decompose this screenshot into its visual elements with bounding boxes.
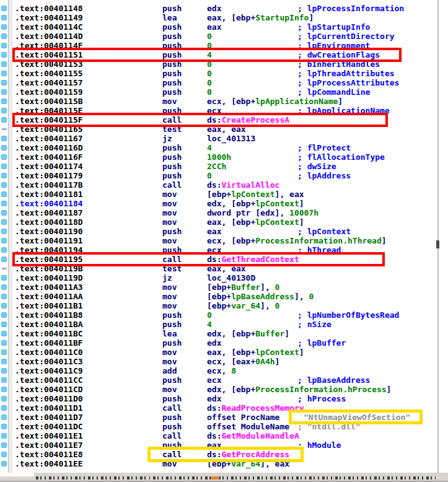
asm-mnemonic: call [162,180,182,190]
asm-address: .text:004011E1 [15,431,83,440]
asm-operand-segment: 0 [207,32,212,41]
asm-line[interactable]: .text:00401174push2CCh; dwSize [0,162,448,171]
asm-line[interactable]: .text:00401190pusheax; lpContext [0,227,448,236]
asm-line[interactable]: .text:00401179push0; lpAddress [0,171,448,180]
asm-line[interactable]: .text:004011D0pushedx; hProcess [0,394,448,403]
asm-comment-segment: ; lpCommandLine [297,87,370,97]
asm-operands: 4 [207,50,212,59]
asm-operand-segment: ecx, [207,366,231,375]
asm-address: .text:00401148 [15,4,83,13]
asm-line[interactable]: .text:004011E8callds:GetProcAddress [0,450,448,459]
asm-line[interactable]: .text:0040119Btesteax, eax [0,264,448,273]
asm-address: .text:0040115E [15,106,83,115]
asm-address: .text:0040119D [15,273,83,283]
asm-line[interactable]: .text:00401151push4; dwCreationFlags [0,50,448,59]
asm-address: .text:004011D0 [15,394,83,403]
asm-line[interactable]: .text:00401181mov[ebp+lpContext], eax [0,190,448,199]
asm-line[interactable]: .text:00401195callds:GetThreadContext [0,255,448,264]
asm-operands: eax [207,22,221,32]
asm-line[interactable]: .text:004011DCpushoffset ModuleName; "nt… [0,422,448,431]
asm-operand-segment: ] [299,199,304,208]
asm-line[interactable]: .text:00401157push0; lpProcessAttributes [0,78,448,87]
asm-operand-segment: [ebp+ [207,283,231,292]
asm-line[interactable]: .text:0040115Epushecx; lpApplicationName [0,106,448,115]
asm-line[interactable]: .text:0040118Dmoveax, [ebp+lpContext] [0,217,448,227]
asm-operand-segment: ], eax [260,459,289,468]
asm-line[interactable]: .text:004011D7pushoffset ProcName"NtUnma… [0,413,448,422]
asm-line[interactable]: .text:0040114Fpush0; lpEnvironment [0,41,448,50]
asm-line[interactable]: .text:00401187movdword ptr [edx], 10007h [0,208,448,217]
asm-operands: 0 [207,78,212,87]
asm-operands: 0 [207,87,212,97]
asm-line[interactable]: .text:004011B1mov[ebp+var_64], 0 [0,301,448,310]
asm-mnemonic: call [162,450,182,459]
asm-comment-segment: ; lpCurrentDirectory [297,32,395,41]
asm-line[interactable]: .text:00401149leaeax, [ebp+StartupInfo] [0,13,448,22]
asm-mnemonic: mov [162,301,177,310]
asm-operand-segment: ProcessInformation.hProcess [255,385,386,394]
asm-operands: ecx, 8 [207,366,236,375]
asm-comment-segment: ; "ntdll.dll" [297,422,361,431]
asm-comment: ; flAllocationType [297,152,385,162]
asm-line[interactable]: .text:0040117Bcallds:VirtualAlloc [0,180,448,190]
asm-operand-segment: ecx [207,245,221,255]
asm-line[interactable]: .text:00401159push0; lpCommandLine [0,87,448,97]
asm-address: .text:00401167 [15,134,83,143]
asm-line[interactable]: .text:004011BApush4; nSize [0,320,448,329]
asm-mnemonic: push [162,4,182,13]
asm-line[interactable]: .text:004011E1callds:GetModuleHandleA [0,431,448,440]
asm-line[interactable]: .text:0040115Fcallds:CreateProcessA [0,115,448,125]
asm-mnemonic: mov [162,236,177,245]
asm-operands: edx, [ebp+Buffer] [207,329,289,338]
asm-operand-segment: 0 [309,292,314,301]
asm-comment: ; lpBuffer [297,338,346,348]
asm-line[interactable]: .text:004011D1callds:ReadProcessMemory [0,403,448,413]
asm-line[interactable]: .text:004011E7pusheax; hModule [0,440,448,450]
asm-operand-segment: ds: [207,180,221,190]
asm-operand-segment: ], eax [275,190,304,199]
asm-line[interactable]: .text:00401148pushedx; lpProcessInformat… [0,4,448,13]
asm-address: .text:00401174 [15,162,83,171]
asm-line[interactable]: .text:00401153push0; bInheritHandles [0,59,448,69]
asm-line[interactable]: .text:0040116Dpush4; flProtect [0,143,448,152]
asm-operand-segment: ], [260,301,275,310]
asm-line[interactable]: .text:004011AAmov[ebp+lpBaseAddress], 0 [0,292,448,301]
asm-comment-segment: ; lpApplicationName [297,106,390,115]
asm-comment-segment: ; lpEnvironment [297,41,370,50]
asm-line[interactable]: .text:00401167jzloc_401313 [0,134,448,143]
asm-line[interactable]: .text:0040116Fpush1000h; flAllocationTyp… [0,152,448,162]
asm-line[interactable]: .text:0040115Bmovecx, [ebp+lpApplication… [0,97,448,106]
scrollbar-thumb[interactable] [436,240,439,248]
asm-line[interactable]: .text:004011CCpushecx; lpBaseAddress [0,375,448,385]
bottom-panel [0,473,448,482]
asm-operands: [ebp+lpContext], eax [207,190,304,199]
asm-line[interactable]: .text:004011BCleaedx, [ebp+Buffer] [0,329,448,338]
asm-line[interactable]: .text:00401165testeax, eax [0,125,448,134]
asm-comment-segment: ; lpContext [297,227,351,236]
asm-line[interactable]: .text:004011C9addecx, 8 [0,366,448,375]
asm-line[interactable]: .text:0040114Dpush0; lpCurrentDirectory [0,32,448,41]
asm-line[interactable]: .text:00401191movecx, [ebp+ProcessInform… [0,236,448,245]
asm-line[interactable]: .text:0040119Djzloc_40130D [0,273,448,283]
asm-line[interactable]: .text:004011BFpushedx; lpBuffer [0,338,448,348]
asm-address: .text:0040116F [15,152,83,162]
asm-operand-segment: 0 [275,283,280,292]
asm-operands: edx [207,4,221,13]
asm-mnemonic: jz [162,134,172,143]
asm-line[interactable]: .text:004011B8push0; lpNumberOfBytesRead [0,310,448,320]
asm-line[interactable]: .text:00401184movedx, [ebp+lpContext] [0,199,448,208]
asm-line[interactable]: .text:004011CDmovedx, [ebp+ProcessInform… [0,385,448,394]
asm-line[interactable]: .text:004011A3mov[ebp+Buffer], 0 [0,283,448,292]
asm-line[interactable]: .text:00401194pushecx; hThread [0,245,448,255]
asm-operand-segment: ] [299,348,304,357]
asm-mnemonic: push [162,394,182,403]
asm-line[interactable]: .text:004011EEmov[ebp+var_64], eax [0,459,448,468]
asm-comment: ; lpBaseAddress [297,375,370,385]
asm-line[interactable]: .text:004011C3movecx, [eax+0A4h] [0,357,448,366]
scrollbar-track[interactable] [437,0,439,473]
asm-operand-segment: ] [309,13,314,22]
asm-line[interactable]: .text:0040114Cpusheax; lpStartupInfo [0,22,448,32]
asm-operand-segment: loc_40130D [207,273,255,283]
asm-line[interactable]: .text:004011C0moveax, [ebp+lpContext] [0,348,448,357]
asm-line[interactable]: .text:00401155push0; lpThreadAttributes [0,69,448,78]
